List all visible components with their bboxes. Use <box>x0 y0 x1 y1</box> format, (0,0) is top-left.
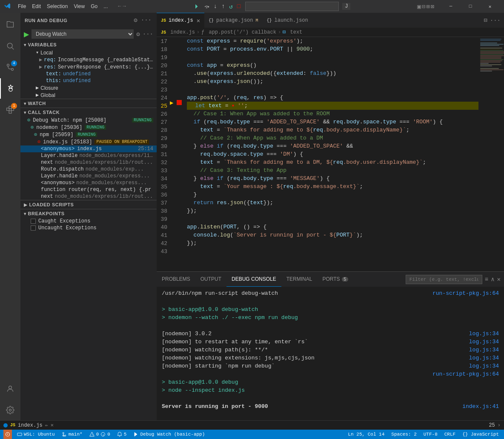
sidebar-more-icon[interactable]: ··· <box>140 16 152 25</box>
activity-source-control[interactable]: 4 <box>0 57 20 77</box>
debug-restart[interactable]: ↺ <box>228 2 234 11</box>
menu-more[interactable]: ... <box>103 3 108 9</box>
debug-stop[interactable]: □ <box>236 2 242 11</box>
status-notifications[interactable]: 5 <box>115 430 129 439</box>
debug-step-out[interactable]: ↑ <box>220 2 226 11</box>
status-spaces[interactable]: Spaces: 2 <box>389 430 418 439</box>
cs-next-2[interactable]: next node_modules/express/lib/rout... <box>20 193 157 200</box>
status-wsl[interactable]: WSL: Ubuntu <box>15 430 57 439</box>
menu-go[interactable]: Go <box>91 3 97 9</box>
cs-npm-25059[interactable]: ⊙ npm [25059] RUNNING <box>20 131 157 138</box>
cs-next-1[interactable]: next node_modules/express/lib/rout... <box>20 159 157 166</box>
minimize-button[interactable]: ─ <box>441 0 461 13</box>
panel-tab-terminal[interactable]: TERMINAL <box>281 272 318 287</box>
cs-index-25183[interactable]: ⊙ index.js [25183] PAUSED ON BREAKPOINT <box>20 138 157 145</box>
var-text[interactable]: text: undefined <box>31 71 157 77</box>
activity-extensions[interactable]: 1 <box>0 100 20 120</box>
close-button[interactable]: ✕ <box>480 0 500 13</box>
breadcrumb-file[interactable]: JS index.js <box>161 29 195 35</box>
status-branch[interactable]: main* <box>60 430 84 439</box>
activity-search[interactable] <box>0 36 20 56</box>
panel-tab-problems[interactable]: PROBLEMS <box>157 272 195 287</box>
console-link-5[interactable]: log.js:34 <box>469 330 499 338</box>
sidebar-settings-icon[interactable]: ⚙ <box>133 16 138 25</box>
layout-split-h[interactable]: ⊟ <box>422 3 425 10</box>
bp-uncaught-checkbox[interactable] <box>31 225 36 231</box>
tab-launch-json[interactable]: {} launch.json <box>263 13 312 28</box>
cs-nodemon[interactable]: ⊙ nodemon [25036] RUNNING <box>20 124 157 131</box>
bottom-file-expand-icon[interactable]: › <box>498 422 501 428</box>
console-link-8[interactable]: log.js:34 <box>469 354 499 362</box>
bp-caught-checkbox[interactable] <box>31 219 36 224</box>
status-errors[interactable]: ! 0 i 0 <box>88 430 112 439</box>
menu-file[interactable]: File <box>18 3 26 9</box>
debug-config-select[interactable]: Debug Watch <box>32 29 134 39</box>
cs-anonymous[interactable]: <anonymous> index.js 25:14 <box>20 145 157 152</box>
activity-account[interactable] <box>0 379 20 399</box>
cs-layer-handle-1[interactable]: Layer.handle node_modules/express/lib/ro… <box>20 152 157 159</box>
loaded-scripts-header[interactable]: ▶ LOADED SCRIPTS <box>20 200 157 209</box>
layout-split-v[interactable]: ⊞ <box>426 3 430 10</box>
activity-settings[interactable] <box>0 400 20 420</box>
status-debug-indicator[interactable] <box>3 430 12 439</box>
split-editor-icon[interactable]: ⊟ <box>484 17 487 24</box>
activity-debug[interactable] <box>0 78 20 99</box>
closure-header[interactable]: ▶ Closure <box>27 84 157 91</box>
close-panel-icon[interactable]: ✕ <box>497 276 501 283</box>
search-input[interactable] <box>245 2 339 11</box>
call-stack-header[interactable]: ▾ CALL STACK <box>20 108 157 117</box>
debug-more-icon[interactable]: ··· <box>143 31 153 37</box>
clear-output-icon[interactable]: ∧ <box>491 276 494 283</box>
debug-start-button[interactable]: ▶ <box>24 30 29 38</box>
debug-step-over[interactable]: ⤼ <box>203 2 211 11</box>
breadcrumb-callback[interactable]: ƒ app.post('/') callback <box>201 29 276 35</box>
console-link-9[interactable]: log.js:34 <box>469 362 499 370</box>
debug-continue[interactable]: ⏵ <box>193 2 201 11</box>
panel-tab-ports[interactable]: PORTS 5 <box>317 272 353 287</box>
local-header[interactable]: ▾ Local <box>27 49 157 56</box>
cs-route-dispatch[interactable]: Route.dispatch node_modules/exp... <box>20 166 157 173</box>
console-link-14[interactable]: index.js:41 <box>462 402 499 410</box>
cs-anonymous-2[interactable]: <anonymous> node_modules/express... <box>20 180 157 186</box>
cs-layer-handle-2[interactable]: Layer.handle node_modules/express... <box>20 173 157 180</box>
bottom-file-edit-icon[interactable]: ✏ <box>45 422 48 428</box>
cs-npm-25008[interactable]: ⊙ Debug Watch: npm [25008] RUNNING <box>20 117 157 124</box>
var-this[interactable]: this: undefined <box>31 77 157 84</box>
breadcrumb-text[interactable]: ⊡ text <box>283 29 302 35</box>
filter-input[interactable] <box>406 275 482 284</box>
watch-section-header[interactable]: ▾ WATCH <box>20 99 157 108</box>
nav-forward[interactable]: → <box>123 3 126 9</box>
code-editor[interactable]: 17 18 19 20 21 22 23 24 25 26 27 28 29 3… <box>157 37 504 271</box>
layout-grid[interactable]: ⊠ <box>431 3 434 10</box>
status-encoding[interactable]: UTF-8 <box>422 430 439 439</box>
console-link-0[interactable]: run-script-pkg.js:64 <box>432 289 499 297</box>
breakpoints-header[interactable]: ▾ BREAKPOINTS <box>20 209 157 218</box>
cs-router-fn[interactable]: function router(req, res, next) {.pr <box>20 186 157 193</box>
debug-step-into[interactable]: ↓ <box>212 2 218 11</box>
console-link-10[interactable]: run-script-pkg.js:64 <box>432 370 499 378</box>
tab-close-index-js[interactable]: ✕ <box>197 17 200 24</box>
console-link-7[interactable]: log.js:34 <box>469 346 499 354</box>
nav-back[interactable]: ← <box>118 3 121 9</box>
console-link-6[interactable]: log.js:34 <box>469 338 499 346</box>
code-content[interactable]: const express = require('express'); cons… <box>183 37 478 271</box>
wrap-output-icon[interactable]: ≡ <box>485 276 488 283</box>
status-language[interactable]: {} JavaScript <box>461 430 501 439</box>
debug-gear-icon[interactable]: ⚙ <box>136 31 140 38</box>
menu-edit[interactable]: Edit <box>32 3 41 9</box>
maximize-button[interactable]: □ <box>461 0 480 13</box>
more-actions-icon[interactable]: ··· <box>490 17 501 24</box>
status-position[interactable]: Ln 25, Col 14 <box>346 430 387 439</box>
menu-view[interactable]: View <box>74 3 85 9</box>
tab-package-json[interactable]: {} package.json M <box>204 13 262 28</box>
global-header[interactable]: ▶ Global <box>27 91 157 99</box>
tab-index-js[interactable]: JS index.js ✕ <box>157 13 204 28</box>
menu-selection[interactable]: Selection <box>47 3 68 9</box>
var-res[interactable]: ▶ res: ServerResponse {_events: {...}, _… <box>31 63 157 71</box>
activity-explorer[interactable] <box>0 14 20 35</box>
panel-tab-debug-console[interactable]: DEBUG CONSOLE <box>226 272 281 287</box>
menu-bar[interactable]: File Edit Selection View Go ... <box>18 3 108 9</box>
bottom-file-close-icon[interactable]: ✕ <box>51 422 54 428</box>
layout-single[interactable]: ▣ <box>417 3 421 10</box>
status-eol[interactable]: CRLF <box>443 430 457 439</box>
